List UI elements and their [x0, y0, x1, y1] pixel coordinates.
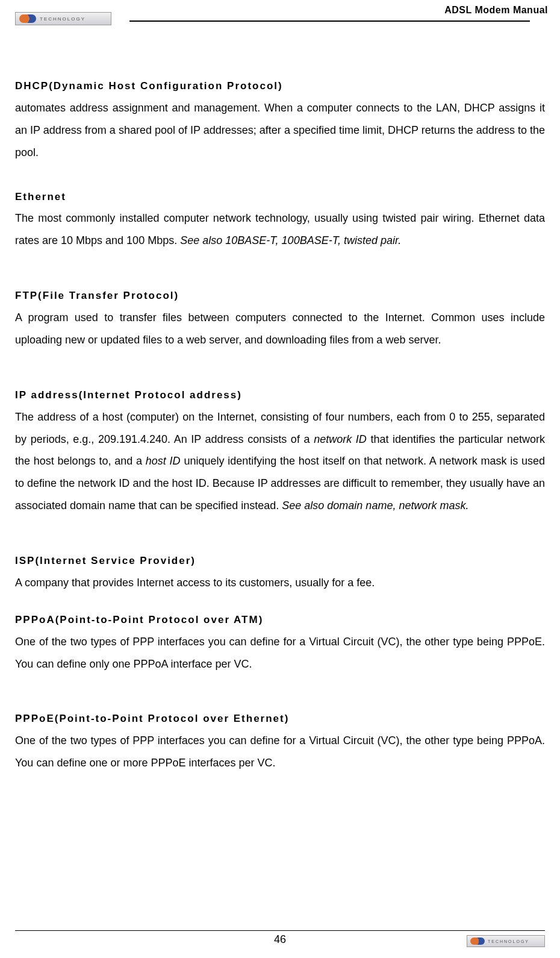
see-also-ethernet: See also 10BASE-T, 100BASE-T, twisted pa… [180, 234, 401, 246]
footer-logo-text: TECHNOLOGY [488, 939, 529, 944]
def-ip: The address of a host (computer) on the … [15, 406, 545, 517]
def-pppoa: One of the two types of PPP interfaces y… [15, 631, 545, 675]
term-pppoe: PPPoE(Point-to-Point Protocol over Ether… [15, 709, 545, 730]
footer-logo: TECHNOLOGY [467, 935, 545, 947]
term-isp: ISP(Internet Service Provider) [15, 551, 545, 572]
def-ethernet: The most commonly installed computer net… [15, 207, 545, 252]
term-dhcp: DHCP(Dynamic Host Configuration Protocol… [15, 76, 545, 97]
em-host-id: host ID [146, 455, 181, 467]
page-header: ADSL Modem Manual TECHNOLOGY [0, 0, 560, 22]
header-rule [129, 20, 530, 22]
logo-swirl-icon [470, 938, 485, 945]
term-ip: IP address(Internet Protocol address) [15, 385, 545, 406]
see-also-ip: See also domain name, network mask. [282, 499, 468, 512]
def-ftp: A program used to transfer files between… [15, 307, 545, 351]
def-dhcp: automates address assignment and managem… [15, 97, 545, 164]
header-logo: TECHNOLOGY [15, 12, 111, 25]
def-isp: A company that provides Internet access … [15, 572, 545, 594]
logo-swirl-icon [19, 14, 36, 23]
em-network-id: network ID [314, 433, 367, 445]
def-pppoe: One of the two types of PPP interfaces y… [15, 730, 545, 774]
footer-rule [15, 930, 545, 931]
term-ethernet: Ethernet [15, 187, 545, 208]
page: ADSL Modem Manual TECHNOLOGY DHCP(Dynami… [0, 0, 560, 958]
page-footer: 46 TECHNOLOGY [0, 930, 560, 946]
header-logo-text: TECHNOLOGY [40, 16, 86, 22]
content: DHCP(Dynamic Host Configuration Protocol… [0, 22, 560, 774]
term-pppoa: PPPoA(Point-to-Point Protocol over ATM) [15, 610, 545, 631]
term-ftp: FTP(File Transfer Protocol) [15, 286, 545, 307]
